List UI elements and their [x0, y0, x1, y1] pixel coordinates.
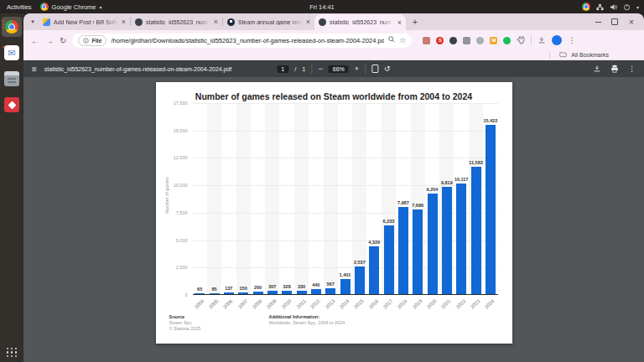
x-tick-label: 2012	[309, 298, 321, 310]
dock-item-file-cabinet[interactable]	[2, 69, 22, 89]
bar	[456, 184, 466, 294]
bar	[369, 246, 379, 294]
y-tick-label: 12,500	[174, 155, 188, 160]
dock: ✉	[0, 13, 23, 362]
plot-band	[236, 103, 251, 294]
forward-icon[interactable]: →	[45, 36, 54, 45]
bar	[282, 291, 292, 294]
all-bookmarks-button[interactable]: All Bookmarks	[571, 52, 609, 58]
extension-pink-badge[interactable]	[423, 37, 430, 44]
tab-search-chevron-icon[interactable]: ▾	[27, 18, 39, 25]
y-tick-label: 7,500	[176, 210, 188, 215]
x-tick-label: 2013	[325, 298, 336, 310]
url-text[interactable]: /home/girdhari/Downloads/statistic_id552…	[111, 37, 384, 44]
x-tick-label: 2024	[484, 298, 496, 310]
extensions-row: SM	[423, 37, 511, 44]
plot-band	[324, 103, 338, 294]
tab-statistic-pdf-active[interactable]: statistic_id552623_num ×	[314, 14, 406, 30]
bar	[238, 292, 248, 294]
clock[interactable]: Fri 14:41	[309, 3, 335, 11]
profile-avatar[interactable]	[552, 35, 562, 45]
page-number-input[interactable]: 1	[277, 65, 288, 73]
tab-statistic-pdf-1[interactable]: statistic_id552623_num ×	[131, 13, 222, 30]
close-icon[interactable]: ×	[122, 18, 126, 26]
system-tray[interactable]: ▾	[582, 3, 639, 11]
dock-item-mail[interactable]: ✉	[2, 43, 22, 63]
tab-title: Add New Post ‹ BR Softe	[54, 19, 118, 25]
zoom-level-input[interactable]: 66%	[329, 65, 349, 73]
new-tab-button[interactable]: +	[413, 18, 418, 27]
pdf-more-kebab-icon[interactable]: ⋮	[628, 65, 636, 73]
extension-grey-notes[interactable]	[463, 37, 470, 44]
dock-item-red-app[interactable]	[2, 95, 22, 115]
gridline	[193, 158, 498, 158]
tray-chevron-icon: ▾	[636, 4, 639, 10]
source-block: Source Steam Spy © Statista 2025	[169, 314, 201, 332]
activities-button[interactable]: Activities	[7, 3, 32, 11]
diamond-app-icon	[4, 97, 19, 112]
fit-page-button[interactable]	[371, 65, 378, 73]
chrome-tray-icon	[582, 3, 590, 11]
zoom-in-button[interactable]: +	[355, 65, 359, 73]
app-menu-label: Google Chrome	[52, 3, 96, 11]
plot-band	[207, 103, 221, 294]
download-icon[interactable]	[538, 33, 546, 48]
app-menu[interactable]: Google Chrome ▾	[40, 3, 102, 11]
source-label: Source	[169, 314, 201, 320]
pdf-download-icon[interactable]	[593, 61, 601, 76]
gnome-top-bar: Activities Google Chrome ▾ Fri 14:41 ▾	[0, 0, 644, 13]
bar	[384, 225, 394, 294]
tab-steam-annual[interactable]: Steam annual game rele ×	[223, 13, 314, 30]
x-tick-label: 2022	[455, 298, 467, 310]
x-tick-label: 2021	[440, 298, 452, 310]
address-bar[interactable]: File /home/girdhari/Downloads/statistic_…	[72, 34, 412, 48]
reload-icon[interactable]: ↻	[60, 36, 66, 45]
close-window-button[interactable]: ×	[626, 16, 637, 28]
maximize-button[interactable]	[609, 16, 621, 28]
bar	[311, 289, 321, 294]
toolbar-separator	[531, 35, 532, 45]
chrome-icon	[5, 20, 18, 34]
bar	[253, 292, 263, 294]
file-chip-label: File	[91, 38, 101, 44]
plot-area: 65851371502003073283304405671,4012,5374,…	[193, 103, 498, 295]
browser-menu-kebab-icon[interactable]: ⋮	[568, 36, 575, 44]
zoom-out-button[interactable]: −	[319, 65, 323, 73]
pdf-page-controls: 1 / 1 − 66% + ↺	[277, 65, 390, 74]
y-tick-label: 15,000	[174, 128, 188, 133]
minimize-button[interactable]	[592, 16, 604, 28]
pdf-toolbar-separator	[365, 65, 366, 74]
gridline	[193, 185, 498, 186]
tab-title: Steam annual game rele	[238, 19, 303, 25]
file-chip[interactable]: File	[78, 35, 106, 46]
bookmark-star-icon[interactable]: ☆	[399, 36, 406, 44]
extension-orange-m[interactable]: M	[490, 37, 497, 44]
pdf-viewport[interactable]: Number of games released on Steam worldw…	[23, 77, 644, 362]
show-applications-button[interactable]	[7, 348, 18, 358]
plot-band	[265, 103, 279, 294]
back-icon[interactable]: ←	[31, 36, 39, 45]
gridline	[193, 213, 498, 214]
pdf-print-icon[interactable]	[610, 61, 619, 76]
tab-title: statistic_id552623_num	[330, 19, 394, 25]
extension-dark-circle[interactable]	[449, 37, 457, 44]
extension-grey-magnifier[interactable]	[476, 37, 484, 44]
pdf-toolbar-right: ⋮	[593, 61, 636, 76]
tab-add-new-post[interactable]: Add New Post ‹ BR Softe ×	[39, 13, 130, 30]
pdf-menu-icon[interactable]: ≡	[32, 65, 37, 74]
window-controls: ×	[592, 16, 644, 28]
dock-item-chrome[interactable]	[2, 17, 22, 37]
extensions-puzzle-icon[interactable]	[517, 33, 525, 48]
extension-green-circle[interactable]	[503, 37, 511, 44]
rotate-button[interactable]: ↺	[384, 65, 391, 73]
x-tick-label: 2018	[397, 298, 408, 310]
bar	[224, 292, 234, 294]
x-tick-label: 2009	[266, 298, 278, 310]
close-icon[interactable]: ×	[306, 18, 310, 26]
power-icon	[623, 3, 631, 11]
bar	[428, 194, 438, 294]
extension-red-s[interactable]: S	[436, 37, 444, 44]
close-icon[interactable]: ×	[397, 18, 402, 27]
close-icon[interactable]: ×	[214, 18, 218, 26]
zoom-icon[interactable]	[388, 36, 395, 44]
